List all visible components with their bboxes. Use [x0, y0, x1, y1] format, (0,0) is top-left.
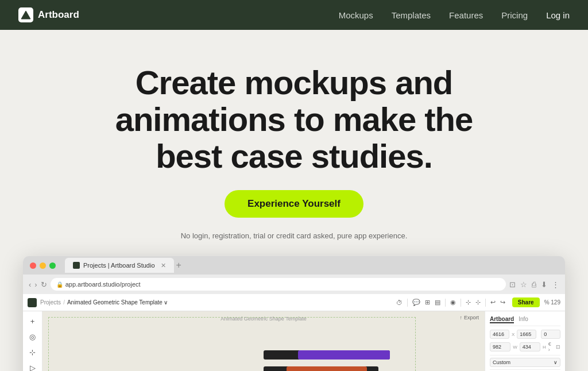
tool-sep-3 [461, 299, 461, 307]
panel-tab-info[interactable]: Info [519, 316, 528, 323]
panel-y-field[interactable]: 1665 [517, 330, 536, 339]
panel-x-label: X [512, 332, 514, 337]
tool-sep-4 [485, 299, 486, 307]
panel-wh-row: 982 W 434 H € › ⊡ [490, 341, 560, 353]
hero-section: Create mockups and animations to make th… [0, 30, 588, 256]
app-interface: Projects / Animated Geometric Shape Temp… [23, 294, 565, 371]
app-right-panel: Artboard Info 4616 X 1665 0 982 W 434 H [485, 311, 565, 371]
nav-login[interactable]: Log in [546, 10, 570, 20]
dot-close[interactable] [30, 262, 36, 269]
panel-tabs: Artboard Info [490, 316, 560, 326]
hero-title: Create mockups and animations to make th… [93, 64, 495, 174]
app-logo-small [28, 298, 37, 307]
lock-icon: 🔒 [56, 281, 63, 288]
browser-addressbar: ‹ › ↻ 🔒 app.artboard.studio/project ⊡ ☆ … [23, 275, 565, 294]
layout-icon[interactable]: ▤ [434, 297, 442, 307]
forward-btn[interactable]: › [34, 280, 37, 289]
tool-sep-1 [407, 299, 408, 307]
back-btn[interactable]: ‹ [29, 280, 31, 289]
cursor-icon[interactable]: ⊹ [465, 297, 472, 307]
panel-h-label: H [543, 345, 546, 350]
app-main: + ◎ ⊹ ▷ ⊟ ☆ T Animated Geometric Shape T… [23, 311, 565, 371]
pointer-tool[interactable]: ▷ [28, 361, 38, 371]
dot-minimize[interactable] [40, 262, 46, 269]
panel-unit2[interactable]: ⊡ [556, 344, 560, 350]
reload-btn[interactable]: ↻ [41, 280, 47, 289]
share-icon[interactable]: ⎙ [532, 280, 536, 289]
browser-chrome: Projects | Artboard Studio ✕ + ‹ › ↻ 🔒 a… [23, 256, 565, 294]
app-toolbar: Projects / Animated Geometric Shape Temp… [23, 294, 565, 311]
panel-mode-chevron: ∨ [554, 360, 558, 365]
redo-icon[interactable]: ↪ [499, 297, 506, 307]
panel-w-label: W [513, 345, 517, 350]
screen-icon[interactable]: ⊡ [509, 280, 516, 289]
transform-tool[interactable]: ⊹ [27, 346, 38, 359]
panel-h-field[interactable]: 434 [520, 342, 540, 351]
zoom-indicator: % 129 [544, 299, 560, 306]
add-tool[interactable]: + [28, 315, 37, 328]
browser-tab[interactable]: Projects | Artboard Studio ✕ [65, 258, 174, 273]
shape-bar-2 [298, 350, 390, 360]
logo-text: Artboard [38, 9, 79, 21]
cta-button[interactable]: Experience Yourself [225, 190, 363, 218]
panel-mode-select[interactable]: Custom ∨ [490, 358, 560, 367]
undo-icon[interactable]: ↩ [489, 297, 497, 307]
tab-favicon [73, 262, 80, 269]
nav-features[interactable]: Features [449, 10, 483, 20]
canvas-border [48, 317, 416, 371]
app-canvas-area[interactable]: Animated Geometric Shape Template ↑ Expo… [42, 311, 485, 371]
grid-icon[interactable]: ⊞ [424, 297, 431, 307]
tab-close-btn[interactable]: ✕ [161, 262, 166, 269]
tab-title: Projects | Artboard Studio [83, 262, 155, 269]
address-field[interactable]: 🔒 app.artboard.studio/project [51, 278, 506, 291]
app-left-toolbar: + ◎ ⊹ ▷ ⊟ ☆ T [23, 311, 42, 371]
download-icon[interactable]: ⬇ [541, 280, 547, 289]
nav-pricing[interactable]: Pricing [501, 10, 528, 20]
breadcrumb-root: Projects [40, 299, 61, 306]
history-icon[interactable]: ⏱ [395, 298, 404, 307]
panel-tab-artboard[interactable]: Artboard [490, 316, 514, 323]
export-btn[interactable]: ↑ Export [459, 315, 479, 320]
dot-fullscreen[interactable] [49, 262, 56, 269]
export-icon: ↑ [459, 315, 462, 320]
breadcrumb-separator: / [63, 299, 65, 306]
panel-w-field[interactable]: 982 [490, 342, 510, 351]
cursor2-icon[interactable]: ⊹ [474, 297, 482, 307]
canvas-label: Animated Geometric Shape Template [220, 316, 306, 322]
new-tab-btn[interactable]: + [176, 260, 181, 270]
browser-mockup: Projects | Artboard Studio ✕ + ‹ › ↻ 🔒 a… [23, 256, 565, 371]
more-icon[interactable]: ⋮ [552, 280, 559, 289]
breadcrumb-current: Animated Geometric Shape Template ∨ [67, 299, 168, 306]
breadcrumb: Projects / Animated Geometric Shape Temp… [40, 299, 168, 306]
shape-bar-4 [287, 366, 367, 371]
navbar: Artboard Mockups Templates Features Pric… [0, 0, 588, 30]
select-tool[interactable]: ◎ [27, 330, 38, 343]
logo[interactable]: Artboard [18, 7, 79, 22]
comment-icon[interactable]: 💬 [411, 297, 421, 307]
panel-xyr-row: 4616 X 1665 0 [490, 330, 560, 339]
toolbar-tools: ⏱ 💬 ⊞ ▤ ◉ ⊹ ⊹ ↩ ↪ Share % 129 [395, 297, 560, 307]
panel-divider-2 [490, 369, 560, 370]
panel-mode-label: Custom [493, 360, 510, 365]
share-button[interactable]: Share [512, 297, 540, 307]
nav-mockups[interactable]: Mockups [339, 10, 373, 20]
breadcrumb-page: Animated Geometric Shape Template [67, 299, 163, 306]
nav-templates[interactable]: Templates [392, 10, 431, 20]
address-actions: ⊡ ☆ ⎙ ⬇ ⋮ [509, 280, 559, 289]
panel-unit1[interactable]: € › [548, 341, 554, 353]
breadcrumb-chevron: ∨ [164, 299, 168, 306]
panel-x-field[interactable]: 4616 [490, 330, 509, 339]
eye-icon[interactable]: ◉ [449, 297, 457, 307]
export-label: Export [464, 315, 479, 320]
panel-divider-1 [490, 355, 560, 355]
address-text: app.artboard.studio/project [65, 281, 141, 288]
tab-area: Projects | Artboard Studio ✕ + [65, 258, 558, 273]
star-icon[interactable]: ☆ [520, 280, 527, 289]
hero-subtitle: No login, registration, trial or credit … [11, 231, 577, 240]
tool-sep-2 [445, 299, 446, 307]
browser-titlebar: Projects | Artboard Studio ✕ + [23, 256, 565, 275]
nav-links: Mockups Templates Features Pricing Log i… [339, 10, 570, 20]
panel-r-field[interactable]: 0 [541, 330, 560, 339]
